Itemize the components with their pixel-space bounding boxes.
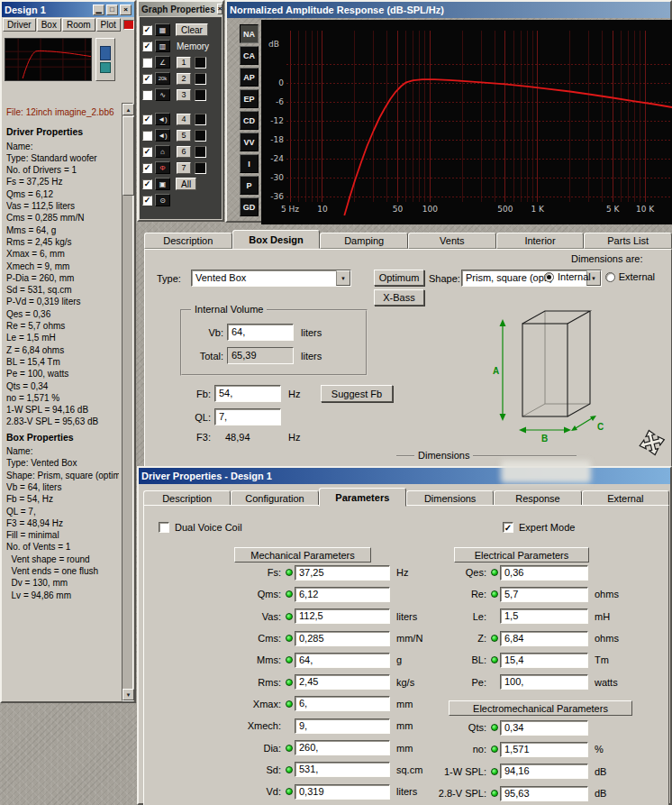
graph-window-titlebar[interactable]: Normalized Amplitude Response (dB-SPL/Hz…	[227, 2, 670, 18]
parameter-field[interactable]: 15,4	[500, 653, 588, 668]
phase-icon[interactable]: Φ	[155, 161, 170, 174]
parameter-field[interactable]: 112,5	[295, 608, 390, 624]
optimum-button[interactable]: Optimum	[374, 270, 424, 286]
dual-voice-coil-row[interactable]: Dual Voice Coil	[159, 522, 242, 533]
parameter-field[interactable]: 1,571	[500, 742, 588, 757]
checkbox-checked-icon[interactable]: ✓	[142, 41, 152, 51]
design-tab-plot[interactable]: Plot	[96, 18, 121, 32]
graph-select-button[interactable]	[95, 38, 115, 81]
checkbox-checked-icon[interactable]: ✓	[142, 25, 152, 35]
scroll-up-icon[interactable]: ▲	[123, 104, 134, 115]
parameter-field[interactable]: 2,45	[295, 674, 390, 690]
parameter-field[interactable]: 64,	[295, 653, 390, 668]
graph-type-button-ap[interactable]: AP	[240, 68, 259, 87]
expert-mode-row[interactable]: ✓ Expert Mode	[503, 522, 575, 533]
tab-vents[interactable]: Vents	[408, 233, 496, 249]
checkbox-checked-icon[interactable]: ✓	[142, 74, 152, 84]
mic-icon[interactable]: ⊙	[155, 194, 170, 206]
checkbox-checked-icon[interactable]: ✓	[503, 522, 513, 533]
parameter-field[interactable]: 9,	[295, 718, 390, 734]
checkbox-unchecked-icon[interactable]	[159, 522, 169, 533]
memory-4-button[interactable]: 4	[177, 114, 191, 125]
graph-type-button-ca[interactable]: CA	[240, 46, 259, 65]
memory-2-button[interactable]: 2	[177, 73, 191, 85]
room-icon[interactable]: ⌂	[155, 145, 170, 158]
scroll-down-icon[interactable]: ▼	[123, 689, 134, 700]
checkbox-checked-icon[interactable]: ✓	[142, 163, 152, 173]
graph-type-button-p[interactable]: P	[240, 176, 259, 195]
xbass-button[interactable]: X-Bass	[374, 289, 424, 306]
graph-type-button-vv[interactable]: VV	[240, 133, 259, 151]
speaker-icon[interactable]: ◄)	[155, 113, 170, 125]
graph-properties-titlebar[interactable]: Graph Properties ×	[139, 2, 222, 16]
memory-6-button[interactable]: 6	[177, 146, 191, 158]
graph-type-button-cd[interactable]: CD	[240, 111, 259, 130]
box-type-dropdown[interactable]: Vented Box ▼	[191, 270, 351, 287]
design-window-titlebar[interactable]: Design 1 ▁ □ ×	[2, 2, 134, 17]
close-icon[interactable]: ×	[120, 5, 132, 15]
design-tab-room[interactable]: Room	[62, 18, 95, 32]
tab-damping[interactable]: Damping	[320, 233, 408, 249]
grid-major-icon[interactable]: ▦	[155, 23, 170, 36]
checkbox-unchecked-icon[interactable]	[142, 58, 152, 68]
parameter-field[interactable]: 0,36	[500, 565, 588, 581]
speaker-alt-icon[interactable]: ◄)	[155, 129, 170, 142]
graph-type-button-ep[interactable]: EP	[240, 89, 259, 108]
chevron-down-icon[interactable]: ▼	[336, 270, 350, 286]
parameter-field[interactable]: 95,63	[500, 786, 588, 801]
checkbox-checked-icon[interactable]: ✓	[142, 196, 152, 206]
memory-1-button[interactable]: 1	[177, 57, 191, 69]
wave-icon[interactable]: ∿	[155, 88, 170, 101]
tab-parameters[interactable]: Parameters	[319, 488, 406, 507]
clear-button[interactable]: Clear	[176, 23, 208, 36]
ql-field[interactable]: 7,	[214, 408, 281, 425]
parameter-field[interactable]: 6,84	[500, 631, 588, 646]
memory-5-button[interactable]: 5	[177, 130, 191, 142]
checkbox-checked-icon[interactable]: ✓	[142, 114, 152, 124]
suggest-fb-button[interactable]: Suggest Fb	[321, 385, 393, 402]
tab-parts-list[interactable]: Parts List	[584, 233, 672, 249]
rotate-view-compass-icon[interactable]	[632, 426, 672, 461]
tab-description[interactable]: Description	[144, 233, 232, 249]
parameter-field[interactable]: 6,12	[295, 587, 390, 602]
graph-type-button-gd[interactable]: GD	[240, 197, 259, 216]
scrollbar-thumb[interactable]	[123, 116, 134, 196]
plot-color-swatch[interactable]	[123, 20, 134, 30]
range-20k-icon[interactable]: 20k	[155, 72, 170, 85]
fb-field[interactable]: 54,	[214, 385, 281, 402]
parameter-field[interactable]: 37,25	[295, 565, 390, 581]
parameter-field[interactable]: 0,319	[295, 784, 390, 800]
checkbox-checked-icon[interactable]: ✓	[142, 147, 152, 157]
parameter-field[interactable]: 531,	[295, 762, 390, 777]
parameter-field[interactable]: 6,	[295, 696, 390, 711]
vb-field[interactable]: 64,	[227, 324, 294, 341]
speaker-box-icon[interactable]: ▣	[155, 178, 170, 190]
checkbox-unchecked-icon[interactable]	[142, 90, 152, 100]
tab-box-design[interactable]: Box Design	[232, 230, 321, 249]
parameter-field[interactable]: 1,5	[500, 608, 588, 624]
response-thumbnail[interactable]	[5, 38, 92, 81]
checkbox-unchecked-icon[interactable]	[142, 131, 152, 141]
parameter-field[interactable]: 94,16	[500, 764, 588, 779]
tab-interior[interactable]: Interior	[496, 233, 585, 249]
parameter-field[interactable]: 100,	[500, 674, 588, 690]
axis-scale-icon[interactable]: ∠	[155, 56, 170, 69]
parameter-field[interactable]: 0,285	[295, 631, 390, 646]
grid-minor-icon[interactable]: ▥	[155, 40, 170, 52]
close-icon[interactable]: ×	[217, 4, 222, 14]
parameter-field[interactable]: 0,34	[500, 720, 588, 736]
parameter-field[interactable]: 260,	[295, 740, 390, 755]
maximize-icon[interactable]: □	[106, 5, 118, 15]
minimize-icon[interactable]: ▁	[93, 5, 104, 15]
graph-type-button-i[interactable]: I	[240, 154, 259, 173]
design-tab-driver[interactable]: Driver	[3, 18, 36, 32]
memory-3-button[interactable]: 3	[177, 89, 191, 101]
radio-internal[interactable]: Internal	[544, 271, 591, 282]
design-scrollbar[interactable]: ▲ ▼	[122, 103, 133, 701]
design-tab-box[interactable]: Box	[37, 18, 61, 32]
parameter-field[interactable]: 5,7	[500, 587, 588, 602]
graph-type-button-na[interactable]: NA	[240, 24, 259, 43]
amplitude-response-plot[interactable]: dB0-6-12-18-24-30-365 Hz10501005001 K5 K…	[261, 20, 672, 224]
checkbox-checked-icon[interactable]: ✓	[142, 179, 152, 189]
radio-external[interactable]: External	[605, 271, 655, 282]
